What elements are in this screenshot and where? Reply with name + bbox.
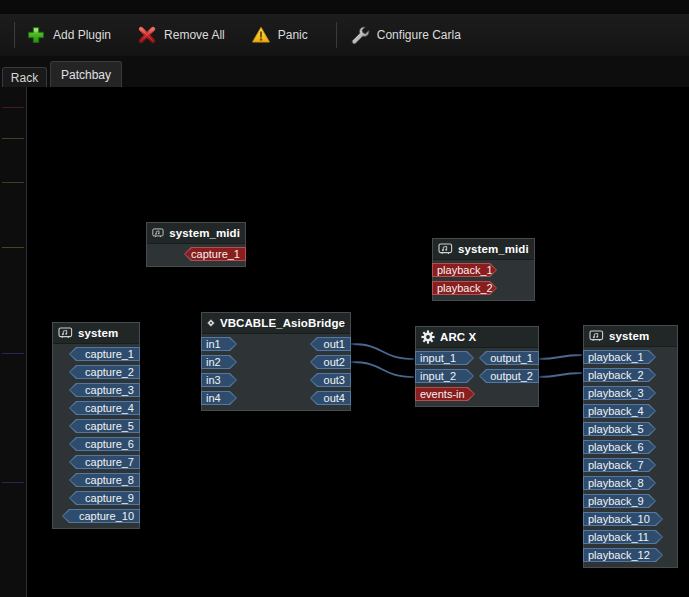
port-capture_6[interactable]: capture_6: [69, 437, 140, 451]
port-playback_2[interactable]: playback_2: [583, 368, 656, 382]
tab-bar: Rack Patchbay: [0, 56, 689, 87]
node-header: VBCABLE_AsioBridge: [202, 313, 350, 334]
port-playback_9[interactable]: playback_9: [583, 494, 656, 508]
title-strip: [0, 0, 689, 14]
port-input_1[interactable]: input_1: [415, 351, 474, 365]
node-title: system_midi: [169, 227, 240, 239]
carla-window: Add Plugin Remove All Panic: [0, 0, 689, 597]
hardware-icon: [58, 327, 73, 339]
hardware-icon: [438, 243, 453, 255]
tab-rack[interactable]: Rack: [2, 67, 47, 87]
toolbar: Add Plugin Remove All Panic: [0, 14, 689, 57]
node-header: system: [584, 326, 677, 347]
node-vbcable-asiobridge[interactable]: VBCABLE_AsioBridge in1 out1 in2 out2 in3…: [201, 312, 351, 411]
port-in1[interactable]: in1: [201, 337, 237, 351]
port-capture_10[interactable]: capture_10: [62, 509, 140, 523]
port-capture_5[interactable]: capture_5: [69, 419, 140, 433]
configure-carla-button[interactable]: Configure Carla: [347, 23, 463, 48]
tab-rack-label: Rack: [11, 71, 38, 85]
remove-all-button[interactable]: Remove All: [135, 23, 227, 47]
port-capture_1-midi-out[interactable]: capture_1: [184, 247, 246, 261]
port-playback_12[interactable]: playback_12: [583, 548, 663, 562]
port-capture_4[interactable]: capture_4: [69, 401, 140, 415]
node-header: ARC X: [416, 327, 538, 348]
port-capture_9[interactable]: capture_9: [69, 491, 140, 505]
port-playback_1-midi-in[interactable]: playback_1: [432, 263, 497, 277]
tab-patchbay[interactable]: Patchbay: [50, 61, 122, 87]
port-out3[interactable]: out3: [310, 373, 351, 387]
hardware-icon: [589, 330, 604, 342]
node-title: ARC X: [440, 331, 476, 343]
port-playback_8[interactable]: playback_8: [583, 476, 656, 490]
port-playback_10[interactable]: playback_10: [583, 512, 663, 526]
add-plugin-button[interactable]: Add Plugin: [24, 23, 113, 47]
remove-all-label: Remove All: [164, 28, 225, 42]
node-title: system: [609, 330, 649, 342]
add-plugin-icon: [26, 25, 46, 45]
plugin-icon: [207, 316, 215, 330]
port-playback_4[interactable]: playback_4: [583, 404, 656, 418]
port-in2[interactable]: in2: [201, 355, 237, 369]
node-system-playback[interactable]: system playback_1 playback_2 playback_3 …: [583, 325, 678, 568]
node-title: system_midi: [458, 243, 529, 255]
port-capture_3[interactable]: capture_3: [69, 383, 140, 397]
add-plugin-label: Add Plugin: [53, 28, 111, 42]
port-in4[interactable]: in4: [201, 391, 237, 405]
port-capture_8[interactable]: capture_8: [69, 473, 140, 487]
port-playback_2-midi-in[interactable]: playback_2: [432, 281, 497, 295]
port-playback_5[interactable]: playback_5: [583, 422, 656, 436]
port-playback_11[interactable]: playback_11: [583, 530, 663, 544]
port-out1[interactable]: out1: [310, 337, 351, 351]
port-out4[interactable]: out4: [310, 391, 351, 405]
node-system-capture[interactable]: system capture_1 capture_2 capture_3 cap…: [52, 322, 140, 529]
panic-button[interactable]: Panic: [249, 23, 310, 47]
node-title: VBCABLE_AsioBridge: [220, 317, 345, 329]
configure-carla-icon: [349, 25, 370, 46]
port-capture_7[interactable]: capture_7: [69, 455, 140, 469]
node-header: system: [53, 323, 139, 344]
port-in3[interactable]: in3: [201, 373, 237, 387]
patchbay-canvas[interactable]: system_midi capture_1 system_midi playba…: [0, 87, 689, 597]
port-capture_2[interactable]: capture_2: [69, 365, 140, 379]
port-input_2[interactable]: input_2: [415, 369, 474, 383]
hardware-icon: [152, 227, 164, 239]
node-system-midi-playback[interactable]: system_midi playback_1 playback_2: [432, 238, 535, 301]
node-arc-x[interactable]: ARC X input_1 output_1 input_2 output_2 …: [415, 326, 539, 407]
toolbar-separator: [336, 22, 337, 48]
port-playback_1[interactable]: playback_1: [583, 350, 656, 364]
node-title: system: [78, 327, 118, 339]
remove-all-icon: [137, 25, 157, 45]
node-header: system_midi: [433, 239, 534, 260]
port-events-in[interactable]: events-in: [415, 387, 475, 401]
gear-icon: [421, 330, 435, 344]
port-output_2[interactable]: output_2: [479, 369, 539, 383]
port-capture_1[interactable]: capture_1: [69, 347, 140, 361]
port-output_1[interactable]: output_1: [479, 351, 539, 365]
port-playback_7[interactable]: playback_7: [583, 458, 656, 472]
panic-icon: [251, 25, 271, 45]
port-out2[interactable]: out2: [310, 355, 351, 369]
port-playback_6[interactable]: playback_6: [583, 440, 656, 454]
node-header: system_midi: [147, 223, 245, 244]
node-system-midi-capture[interactable]: system_midi capture_1: [146, 222, 246, 267]
tab-patchbay-label: Patchbay: [61, 68, 111, 82]
configure-carla-label: Configure Carla: [377, 28, 461, 42]
port-playback_3[interactable]: playback_3: [583, 386, 656, 400]
panic-label: Panic: [278, 28, 308, 42]
toolbar-handle: [14, 22, 15, 48]
